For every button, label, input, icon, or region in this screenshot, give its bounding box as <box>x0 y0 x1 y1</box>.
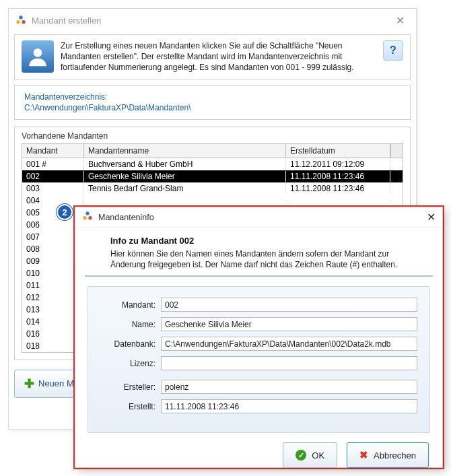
svg-point-0 <box>19 15 22 19</box>
help-button[interactable]: ? <box>383 40 403 61</box>
scrollbar-head <box>390 144 403 158</box>
dialog-logo-icon <box>82 211 93 224</box>
cancel-x-icon: ✖ <box>359 449 368 461</box>
avatar-icon <box>22 40 54 73</box>
cell-mandant: 001 # <box>22 159 84 170</box>
table-row[interactable]: 003Tennis Bedarf Grand-Slam11.11.2008 11… <box>22 182 403 195</box>
label-lizenz: Lizenz: <box>100 359 161 368</box>
col-mandant[interactable]: Mandant <box>22 144 84 158</box>
dialog-subheading: Hier können Sie den Namen eines Mandante… <box>110 248 415 270</box>
main-close-icon[interactable]: ✕ <box>390 14 409 27</box>
cancel-button[interactable]: ✖ Abbrechen <box>347 442 429 468</box>
cell-date <box>286 200 390 201</box>
table-row[interactable]: 001 #Buchversand & Huber GmbH11.12.2011 … <box>22 158 403 170</box>
table-caption: Vorhandene Mandanten <box>22 131 403 141</box>
dialog-heading: Info zu Mandant 002 <box>110 236 415 246</box>
dialog-title: Mandanteninfo <box>98 213 421 222</box>
field-datenbank[interactable]: C:\Anwendungen\FakturaXP\Data\Mandanten\… <box>161 337 417 351</box>
dialog-close-icon[interactable]: ✕ <box>427 211 436 224</box>
path-label: Mandantenverzeichnis: <box>24 92 401 102</box>
col-date[interactable]: Erstelldatum <box>286 144 390 158</box>
label-datenbank: Datenbank: <box>100 339 161 349</box>
ok-button[interactable]: ✓ OK <box>283 442 337 468</box>
main-titlebar: Mandant erstellen ✕ <box>9 9 416 32</box>
label-erstellt: Erstellt: <box>100 402 161 411</box>
intro-panel: Zur Erstellung eines neuen Mandanten kli… <box>14 34 411 79</box>
svg-point-1 <box>16 20 20 24</box>
main-window-title: Mandant erstellen <box>32 15 385 26</box>
ok-check-icon: ✓ <box>296 450 306 461</box>
svg-point-4 <box>85 211 89 215</box>
field-mandant[interactable]: 002 <box>161 298 417 312</box>
new-mandant-button[interactable]: ✚ Neuen M <box>14 370 84 398</box>
label-name: Name: <box>100 320 161 329</box>
mandanteninfo-dialog: Mandanteninfo ✕ Info zu Mandant 002 Hier… <box>75 207 443 468</box>
svg-point-3 <box>34 48 42 57</box>
intro-text: Zur Erstellung eines neuen Mandanten kli… <box>61 40 376 73</box>
new-mandant-label: Neuen M <box>38 378 74 388</box>
path-value: C:\Anwendungen\FakturaXP\Data\Mandanten\ <box>24 103 401 112</box>
cell-name <box>84 200 286 201</box>
cell-name: Geschenke Silivia Meier <box>84 171 286 182</box>
svg-point-5 <box>83 216 86 219</box>
dialog-header: Info zu Mandant 002 Hier können Sie den … <box>85 228 433 277</box>
table-row[interactable]: 002Geschenke Silivia Meier11.11.2008 11:… <box>22 170 403 182</box>
dialog-button-row: ✓ OK ✖ Abbrechen <box>75 433 442 476</box>
ok-label: OK <box>312 450 324 461</box>
col-name[interactable]: Mandantenname <box>84 144 286 158</box>
svg-point-6 <box>88 216 92 219</box>
label-mandant: Mandant: <box>100 300 161 310</box>
table-row[interactable]: 004 <box>22 195 403 207</box>
form-panel: Mandant: 002 Name: Geschenke Silivia Mei… <box>88 286 430 433</box>
dialog-titlebar: Mandanteninfo ✕ <box>75 207 442 228</box>
grid-header: Mandant Mandantenname Erstelldatum <box>22 144 403 158</box>
label-ersteller: Ersteller: <box>100 382 161 392</box>
field-erstellt[interactable]: 11.11.2008 11:23:46 <box>161 399 417 413</box>
callout-badge-2: 2 <box>57 204 73 220</box>
cell-mandant: 002 <box>22 171 84 182</box>
cell-name: Tennis Bedarf Grand-Slam <box>84 183 286 194</box>
cell-mandant: 004 <box>22 195 84 206</box>
cell-date: 11.11.2008 11:23:46 <box>286 183 390 194</box>
cell-date: 11.12.2011 09:12:09 <box>286 159 390 170</box>
cell-date: 11.11.2008 11:23:46 <box>286 171 390 182</box>
svg-point-2 <box>22 20 25 24</box>
app-logo-icon <box>15 15 26 26</box>
cell-mandant: 003 <box>22 183 84 194</box>
plus-icon: ✚ <box>24 378 34 390</box>
field-name[interactable]: Geschenke Silivia Meier <box>161 317 417 331</box>
path-panel: Mandantenverzeichnis: C:\Anwendungen\Fak… <box>14 85 411 120</box>
field-ersteller[interactable]: polenz <box>161 380 417 394</box>
cancel-label: Abbrechen <box>374 450 416 461</box>
field-lizenz[interactable] <box>161 356 417 370</box>
cell-name: Buchversand & Huber GmbH <box>84 159 286 170</box>
